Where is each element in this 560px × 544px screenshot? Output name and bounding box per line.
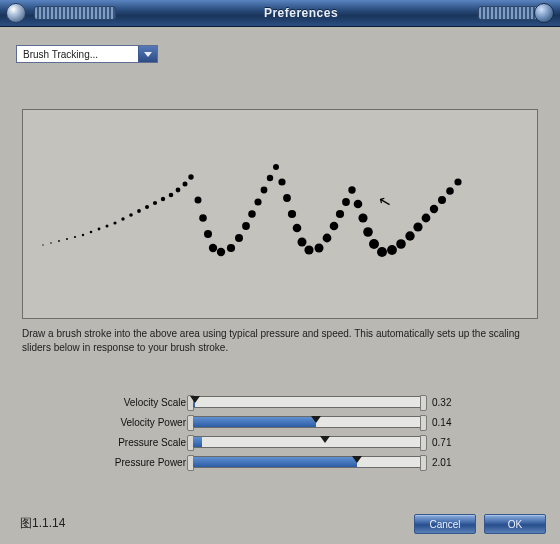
slider-velocity-scale: Velocity Scale 0.32 bbox=[0, 392, 500, 412]
svg-point-22 bbox=[204, 230, 212, 238]
dropdown-selected: Brush Tracking... bbox=[17, 49, 104, 60]
svg-point-52 bbox=[405, 231, 414, 240]
svg-point-37 bbox=[298, 238, 307, 247]
cancel-button[interactable]: Cancel bbox=[414, 514, 476, 534]
svg-point-41 bbox=[330, 222, 339, 231]
slider-track[interactable] bbox=[192, 456, 422, 468]
figure-caption: 图1.1.14 bbox=[20, 515, 65, 532]
titlebar: Preferences bbox=[0, 0, 560, 27]
slider-label: Pressure Power bbox=[0, 457, 192, 468]
brush-tracking-canvas[interactable]: ↖ bbox=[22, 109, 538, 319]
svg-point-47 bbox=[363, 227, 373, 237]
svg-point-4 bbox=[74, 236, 76, 238]
svg-point-12 bbox=[137, 209, 141, 213]
svg-point-10 bbox=[121, 217, 124, 220]
svg-point-44 bbox=[348, 186, 355, 193]
svg-point-15 bbox=[161, 197, 165, 201]
slider-thumb[interactable] bbox=[320, 436, 330, 443]
app-icon bbox=[6, 3, 26, 23]
svg-point-58 bbox=[454, 178, 461, 185]
slider-track[interactable] bbox=[192, 396, 422, 408]
svg-point-26 bbox=[235, 234, 243, 242]
svg-point-46 bbox=[358, 213, 367, 222]
svg-point-18 bbox=[183, 182, 188, 187]
svg-point-43 bbox=[342, 198, 350, 206]
svg-point-51 bbox=[396, 239, 406, 249]
instructions-text: Draw a brush stroke into the above area … bbox=[22, 327, 538, 354]
svg-point-23 bbox=[209, 244, 217, 252]
slider-label: Velocity Power bbox=[0, 417, 192, 428]
titlebar-grip-left bbox=[34, 6, 116, 20]
slider-thumb[interactable] bbox=[352, 456, 362, 463]
svg-point-9 bbox=[113, 221, 116, 224]
svg-point-39 bbox=[315, 244, 324, 253]
close-button[interactable] bbox=[534, 3, 554, 23]
svg-point-19 bbox=[188, 174, 193, 179]
svg-point-48 bbox=[369, 239, 379, 249]
svg-point-31 bbox=[267, 175, 273, 181]
slider-label: Velocity Scale bbox=[0, 397, 192, 408]
slider-fill bbox=[193, 417, 316, 427]
chevron-down-icon[interactable] bbox=[138, 46, 157, 62]
slider-thumb[interactable] bbox=[190, 396, 200, 403]
svg-point-35 bbox=[288, 210, 296, 218]
svg-point-20 bbox=[195, 197, 202, 204]
slider-fill bbox=[193, 457, 357, 467]
brush-stroke-icon bbox=[23, 110, 537, 318]
slider-track[interactable] bbox=[192, 436, 422, 448]
svg-point-49 bbox=[377, 247, 387, 257]
slider-value: 0.71 bbox=[422, 437, 472, 448]
category-row: Brush Tracking... bbox=[0, 27, 560, 69]
svg-point-3 bbox=[66, 238, 68, 240]
dialog-buttons: Cancel OK bbox=[414, 514, 546, 534]
slider-fill bbox=[193, 437, 202, 447]
svg-point-27 bbox=[242, 222, 250, 230]
svg-point-13 bbox=[145, 205, 149, 209]
slider-label: Pressure Scale bbox=[0, 437, 192, 448]
svg-point-38 bbox=[304, 245, 313, 254]
svg-point-6 bbox=[90, 231, 93, 234]
svg-point-0 bbox=[42, 244, 43, 245]
svg-point-17 bbox=[176, 188, 181, 193]
slider-track[interactable] bbox=[192, 416, 422, 428]
svg-point-5 bbox=[82, 234, 84, 236]
slider-pressure-scale: Pressure Scale 0.71 bbox=[0, 432, 500, 452]
slider-cap-right[interactable] bbox=[420, 395, 427, 411]
svg-point-56 bbox=[438, 196, 446, 204]
preferences-window: Preferences Brush Tracking... ↖ Draw a b bbox=[0, 0, 560, 544]
svg-point-57 bbox=[446, 187, 454, 195]
svg-point-8 bbox=[106, 225, 109, 228]
svg-point-28 bbox=[248, 210, 256, 218]
svg-point-40 bbox=[323, 234, 332, 243]
svg-point-1 bbox=[50, 242, 52, 244]
svg-point-53 bbox=[413, 222, 422, 231]
slider-cap-right[interactable] bbox=[420, 415, 427, 431]
svg-point-16 bbox=[169, 193, 174, 198]
svg-point-34 bbox=[283, 194, 291, 202]
slider-thumb[interactable] bbox=[311, 416, 321, 423]
slider-cap-right[interactable] bbox=[420, 435, 427, 451]
svg-point-42 bbox=[336, 210, 344, 218]
svg-point-11 bbox=[129, 213, 133, 217]
svg-point-54 bbox=[422, 214, 431, 223]
svg-point-14 bbox=[153, 201, 157, 205]
svg-point-50 bbox=[387, 245, 397, 255]
svg-point-30 bbox=[261, 187, 268, 194]
sliders-group: Velocity Scale 0.32 Velocity Power 0.14 … bbox=[0, 392, 560, 472]
svg-point-33 bbox=[278, 178, 285, 185]
slider-pressure-power: Pressure Power 2.01 bbox=[0, 452, 500, 472]
slider-value: 0.14 bbox=[422, 417, 472, 428]
svg-point-7 bbox=[98, 228, 101, 231]
ok-button[interactable]: OK bbox=[484, 514, 546, 534]
svg-point-2 bbox=[58, 240, 60, 242]
category-dropdown[interactable]: Brush Tracking... bbox=[16, 45, 158, 63]
svg-point-45 bbox=[354, 200, 363, 209]
slider-value: 0.32 bbox=[422, 397, 472, 408]
svg-point-21 bbox=[199, 214, 207, 222]
slider-value: 2.01 bbox=[422, 457, 472, 468]
window-title: Preferences bbox=[124, 6, 478, 20]
slider-cap-right[interactable] bbox=[420, 455, 427, 471]
svg-point-29 bbox=[254, 198, 261, 205]
slider-velocity-power: Velocity Power 0.14 bbox=[0, 412, 500, 432]
svg-point-36 bbox=[293, 224, 302, 233]
